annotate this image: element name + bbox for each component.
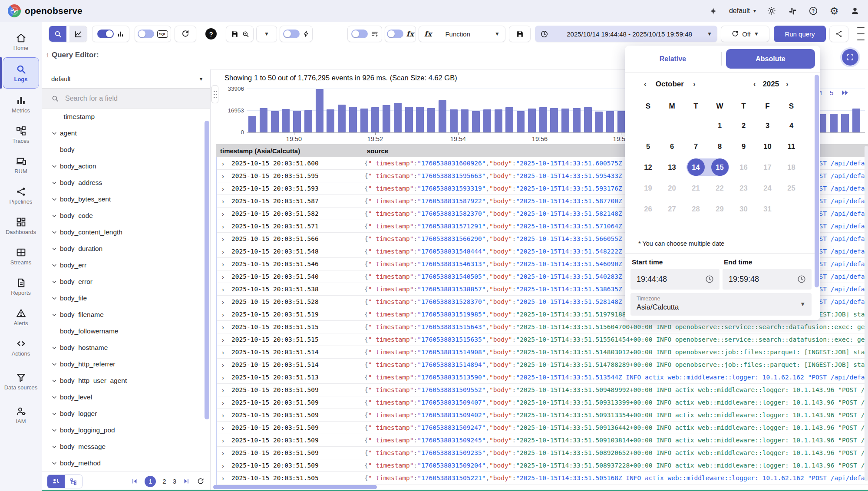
histogram-bar[interactable] [472,111,480,132]
sidebar-item-metrics[interactable]: Metrics [0,89,42,119]
expand-row-icon[interactable]: › [217,386,231,394]
histogram-bar[interactable] [248,116,256,132]
calendar-day-5[interactable]: 5 [636,136,660,157]
expand-row-icon[interactable]: › [217,198,231,205]
chevron-down-icon[interactable] [50,377,58,385]
expand-row-icon[interactable]: › [217,185,231,192]
datepicker-scrollbar[interactable] [815,75,819,287]
slack-icon[interactable] [787,6,798,16]
calendar-day-8[interactable]: 8 [708,136,732,157]
histogram-bar[interactable] [852,109,860,132]
page-2-button[interactable]: 2 [162,478,166,485]
next-month-icon[interactable]: › [693,80,695,88]
sidebar-item-iam[interactable]: IAM [0,400,42,430]
expand-row-icon[interactable]: › [217,260,231,268]
histogram-bar[interactable] [528,109,536,132]
field-item-_timestamp[interactable]: _timestamp [42,109,210,125]
calendar-day-3[interactable]: 3 [756,115,779,136]
expand-row-icon[interactable]: › [217,437,231,444]
chevron-down-icon[interactable] [50,443,58,451]
histogram-toggle-button[interactable] [92,26,129,42]
expand-row-icon[interactable]: › [217,273,231,280]
histogram-bar[interactable] [495,109,502,132]
expand-row-icon[interactable]: › [217,172,231,180]
expand-row-icon[interactable]: › [217,374,231,381]
histogram-bar[interactable] [427,108,435,132]
results-page-5-button[interactable]: 5 [830,89,834,97]
calendar-day-4[interactable]: 4 [779,115,803,136]
histogram-bar[interactable] [371,107,379,132]
histogram-bar[interactable] [606,111,614,132]
chevron-down-icon[interactable] [50,212,58,220]
field-item-body_error[interactable]: body_error [42,274,210,290]
field-search-input[interactable] [64,94,188,103]
table-row[interactable]: ›2025-10-15 20:03:51.505{"_timestamp":"1… [217,472,868,484]
menu-button[interactable] [852,26,868,42]
histogram-bar[interactable] [561,109,569,132]
histogram-bar[interactable] [293,111,301,132]
field-item-body_logger[interactable]: body_logger [42,405,210,422]
table-row[interactable]: ›2025-10-15 20:03:51.513{"_timestamp":"1… [217,371,868,384]
table-row[interactable]: ›2025-10-15 20:03:51.509{"_timestamp":"1… [217,396,868,409]
histogram-bar[interactable] [338,105,346,132]
sidebar-item-data-sources[interactable]: Data sources [0,363,42,399]
field-item-body_http_user_agent[interactable]: body_http_user_agent [42,372,210,389]
reload-icon[interactable] [197,478,205,485]
histogram-bar[interactable] [617,111,625,132]
wrap-lines-toggle[interactable] [351,30,368,38]
query-help-button[interactable]: ? [201,26,221,42]
histogram-bar[interactable] [360,109,368,132]
sidebar-item-traces[interactable]: Traces [0,120,42,149]
settings-gear-icon[interactable]: ⚙ [829,6,839,16]
histogram-bar[interactable] [461,109,469,132]
histogram-bar[interactable] [304,110,312,132]
histogram-bar[interactable] [539,107,547,132]
sidebar-item-reports[interactable]: Reports [0,272,42,301]
calendar-day-2[interactable]: 2 [732,115,756,136]
calendar-day-15[interactable]: 15 [708,157,732,178]
sql-mode-button[interactable]: SQL [135,26,171,42]
calendar-day-6[interactable]: 6 [660,136,684,157]
transform-toggle[interactable] [387,30,403,38]
table-row[interactable]: ›2025-10-15 20:03:51.509{"_timestamp":"1… [217,422,868,434]
histogram-bar[interactable] [439,100,446,132]
chevron-down-icon[interactable] [50,360,58,368]
histogram-bar[interactable] [394,103,402,132]
chevron-down-icon[interactable] [50,278,58,286]
histogram-toggle[interactable] [97,30,114,38]
field-item-body_content_length[interactable]: body_content_length [42,224,210,241]
field-item-body_hostname[interactable]: body_hostname [42,339,210,356]
field-item-body_logging_pod[interactable]: body_logging_pod [42,422,210,438]
clock-icon[interactable] [797,274,806,284]
calendar-day-11[interactable]: 11 [779,136,803,157]
field-item-body_followername[interactable]: body_followername [42,323,210,339]
chevron-down-icon[interactable] [50,245,58,253]
expand-row-icon[interactable]: › [217,235,231,243]
page-3-button[interactable]: 3 [173,478,176,485]
calendar-day-10[interactable]: 10 [756,136,779,157]
histogram-bar[interactable] [573,108,581,132]
expand-row-icon[interactable]: › [217,311,231,318]
search-mode-search-icon[interactable] [49,26,66,42]
table-row[interactable]: ›2025-10-15 20:03:51.509{"_timestamp":"1… [217,459,868,472]
field-item-body_duration[interactable]: body_duration [42,241,210,257]
chevron-down-icon[interactable] [50,261,58,269]
calendar-day-9[interactable]: 9 [732,136,756,157]
help-icon[interactable]: ? [808,6,818,16]
timezone-select[interactable]: Timezone Asia/Calcutta ▼ [630,293,812,316]
histogram-bar[interactable] [830,114,838,132]
field-item-body_filename[interactable]: body_filename [42,306,210,323]
expand-row-icon[interactable]: › [217,475,231,482]
saved-searches-dropdown[interactable]: ▼ [256,26,277,42]
histogram-bar[interactable] [550,108,558,132]
profile-icon[interactable] [850,6,860,16]
vertical-scrollbar-track[interactable] [865,146,868,481]
wrap-lines-button[interactable] [347,26,382,42]
sql-mode-toggle[interactable] [138,30,154,38]
fast-forward-icon[interactable] [841,89,849,97]
field-item-body_file[interactable]: body_file [42,290,210,306]
histogram-bar[interactable] [483,109,491,132]
field-item-body_action[interactable]: body_action [42,158,210,175]
field-item-agent[interactable]: agent [42,125,210,142]
sidebar-item-home[interactable]: Home [0,27,42,56]
